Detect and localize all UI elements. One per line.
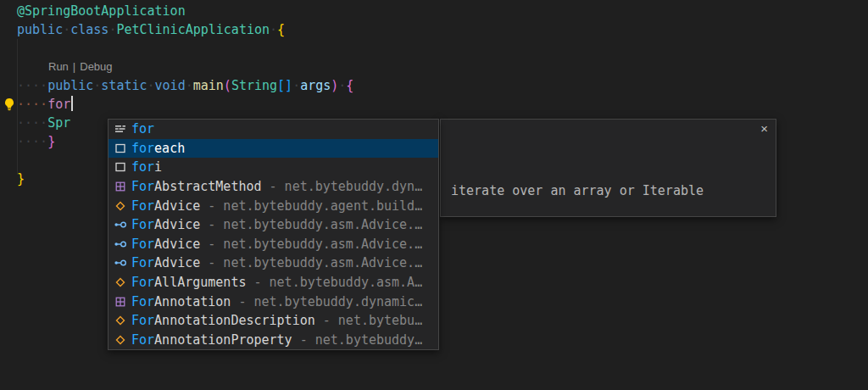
suggestion-label: ForAbstractMethod - net.bytebuddy.dyn… — [131, 179, 422, 194]
code-token: · — [147, 78, 155, 93]
code-token: ···· — [17, 78, 47, 93]
code-line: ····for — [17, 95, 353, 114]
code-token: } — [47, 134, 55, 149]
code-line: public·class·PetClinicApplication·{ — [17, 20, 353, 39]
suggestion-item[interactable]: ForAdvice - net.bytebuddy.asm.Advice.… — [108, 235, 438, 254]
keyword-icon — [114, 122, 127, 136]
code-token: String — [231, 78, 277, 93]
docs-summary: iterate over an array or Iterable — [451, 181, 765, 200]
class-icon — [114, 276, 127, 289]
text-cursor — [71, 96, 73, 111]
code-token: · — [270, 22, 277, 37]
code-token: main — [193, 78, 224, 93]
code-token: Spr — [47, 115, 70, 131]
suggestion-label: fori — [131, 159, 162, 175]
suggestion-label: ForAnnotation - net.bytebuddy.dynamic… — [131, 294, 422, 309]
suggestion-docs-panel: × iterate over an array or Iterable for … — [440, 119, 776, 217]
class-icon — [114, 314, 127, 327]
suggestion-label: ForAllArguments - net.bytebuddy.asm.A… — [131, 275, 422, 290]
codelens: Run|Debug — [48, 60, 117, 74]
suggestion-label: foreach — [131, 141, 185, 156]
code-token: ···· — [17, 115, 47, 131]
suggestion-item[interactable]: ForAdvice - net.bytebuddy.asm.Advice.… — [108, 215, 438, 235]
code-token: { — [346, 78, 353, 93]
codelens-run-link[interactable]: Run — [48, 60, 69, 73]
code-line: ····public·static·void·main(String[]·arg… — [17, 76, 353, 95]
class-icon — [114, 199, 127, 213]
suggestion-label: ForAnnotationDescription - net.bytebu… — [131, 313, 422, 328]
code-token: · — [338, 78, 346, 93]
suggestion-list: forforeachforiForAbstractMethod - net.by… — [108, 120, 438, 349]
lightbulb-icon[interactable] — [3, 98, 16, 111]
method-icon — [114, 180, 127, 193]
close-icon[interactable]: × — [760, 122, 768, 136]
suggestion-item[interactable]: ForAbstractMethod - net.bytebuddy.dyn… — [108, 177, 438, 197]
suggestion-item[interactable]: ForAdvice - net.bytebuddy.asm.Advice.… — [108, 254, 438, 273]
codelens-separator: | — [73, 60, 75, 73]
code-token: args — [300, 78, 331, 93]
snippet-icon — [114, 142, 127, 155]
interface-icon — [114, 256, 127, 270]
suggestion-item[interactable]: fori — [108, 158, 438, 177]
suggestion-label: ForAdvice - net.bytebuddy.asm.Advice.… — [131, 237, 422, 252]
interface-icon — [114, 218, 127, 231]
suggestion-label: ForAdvice - net.bytebuddy.agent.build… — [131, 198, 422, 214]
code-token: } — [17, 171, 25, 187]
code-token: for — [47, 97, 70, 112]
code-token: @SpringBootApplication — [17, 3, 186, 19]
code-token: public — [47, 78, 93, 93]
code-token: static — [101, 78, 147, 93]
code-token: PetClinicApplication — [116, 22, 270, 37]
code-token: ···· — [17, 134, 47, 149]
code-token: ( — [224, 78, 231, 93]
suggestion-item[interactable]: for — [108, 120, 438, 139]
interface-icon — [114, 237, 127, 251]
code-token: { — [277, 22, 285, 37]
suggestion-item[interactable]: ForAdvice - net.bytebuddy.agent.build… — [108, 196, 438, 215]
code-token: [] — [277, 78, 292, 93]
suggestion-item[interactable]: ForAnnotation - net.bytebuddy.dynamic… — [108, 292, 438, 311]
suggestion-item[interactable]: foreach — [108, 139, 438, 159]
suggestion-item[interactable]: ForAllArguments - net.bytebuddy.asm.A… — [108, 273, 438, 292]
code-line — [17, 39, 353, 58]
code-token: · — [93, 78, 101, 93]
code-token: ) — [331, 78, 338, 93]
autocomplete-popup: forforeachforiForAbstractMethod - net.by… — [108, 119, 439, 350]
code-token: · — [186, 78, 193, 93]
code-token: · — [63, 22, 70, 37]
suggestion-label: for — [131, 121, 154, 136]
suggestion-item[interactable]: ForAnnotationDescription - net.bytebu… — [108, 311, 438, 331]
code-token: ···· — [17, 97, 47, 112]
code-line: @SpringBootApplication — [17, 2, 353, 20]
suggestion-label: ForAdvice - net.bytebuddy.asm.Advice.… — [131, 217, 422, 232]
code-token: public — [17, 22, 63, 37]
suggestion-item[interactable]: ForAnnotationProperty - net.bytebuddy… — [108, 331, 438, 350]
code-token: · — [292, 78, 300, 93]
codelens-debug-link[interactable]: Debug — [80, 60, 112, 73]
code-token: class — [70, 22, 108, 37]
method-icon — [114, 295, 127, 309]
class-icon — [114, 333, 127, 347]
suggestion-label: ForAnnotationProperty - net.bytebuddy… — [131, 332, 422, 348]
code-token: void — [155, 78, 186, 93]
suggestion-label: ForAdvice - net.bytebuddy.asm.Advice.… — [131, 255, 422, 270]
snippet-icon — [114, 160, 127, 174]
